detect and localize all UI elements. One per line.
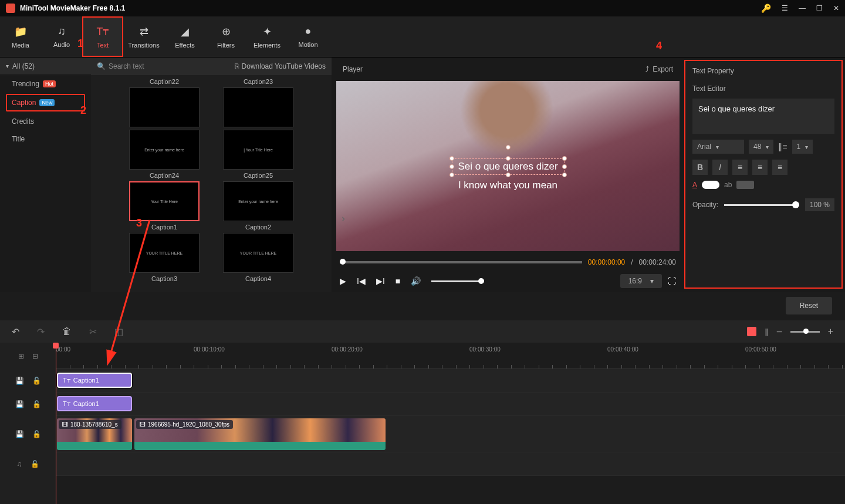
- library-thumbnail[interactable]: Enter your name here: [129, 130, 200, 170]
- tab-motion[interactable]: ●Motion: [288, 16, 329, 57]
- zoom-in-button[interactable]: +: [828, 326, 833, 337]
- category-title[interactable]: Title: [0, 130, 91, 148]
- tab-transitions[interactable]: ⇄Transitions: [123, 16, 164, 57]
- font-select[interactable]: Arial▾: [692, 140, 744, 154]
- library-thumbnail[interactable]: YOUR TITLE HERE: [223, 233, 293, 273]
- playhead[interactable]: [56, 343, 56, 504]
- player-viewport[interactable]: Sei o que queres dizer I know what you m…: [336, 81, 680, 251]
- library-item[interactable]: | Your Title HereCaption25: [223, 130, 293, 179]
- tab-effects[interactable]: ◢Effects: [164, 16, 205, 57]
- text-clip[interactable]: TᴛCaption1: [57, 373, 132, 388]
- volume-icon[interactable]: 🔊: [411, 276, 421, 286]
- play-button[interactable]: ▶: [340, 276, 346, 286]
- text-editor-input[interactable]: [692, 99, 834, 134]
- save-icon[interactable]: 💾: [15, 400, 24, 408]
- library-item[interactable]: Enter your name hereCaption2: [223, 181, 293, 231]
- text-clip[interactable]: TᴛCaption1: [57, 396, 132, 411]
- video-clip[interactable]: 🎞180-135788610_s: [57, 418, 132, 450]
- category-caption[interactable]: CaptionNew: [6, 94, 85, 111]
- category-credits[interactable]: Credits: [0, 113, 91, 130]
- lock-icon[interactable]: 🔓: [32, 430, 41, 438]
- italic-button[interactable]: I: [712, 160, 728, 175]
- library-item[interactable]: Caption23: [223, 78, 293, 127]
- redo-button[interactable]: ↷: [37, 326, 45, 337]
- film-icon: 🎞: [140, 421, 146, 428]
- save-icon[interactable]: 💾: [15, 377, 24, 385]
- align-right-button[interactable]: ≡: [772, 160, 787, 175]
- align-center-button[interactable]: ≡: [752, 160, 768, 175]
- aspect-select[interactable]: 16:9 ▾: [620, 274, 662, 288]
- text-overlay-selected[interactable]: Sei o que queres dizer: [451, 158, 564, 175]
- save-icon[interactable]: 💾: [15, 430, 24, 438]
- library-thumbnail[interactable]: YOUR TITLE HERE: [129, 233, 200, 273]
- tab-filters[interactable]: ⊕Filters: [205, 16, 246, 57]
- text-track-2[interactable]: TᴛCaption1: [56, 393, 845, 416]
- lock-icon[interactable]: 🔓: [31, 460, 39, 468]
- library-item[interactable]: Your Title HereCaption1: [129, 181, 200, 231]
- stop-button[interactable]: ■: [396, 276, 400, 286]
- lock-icon[interactable]: 🔓: [32, 377, 41, 385]
- export-button[interactable]: ⤴ Export: [645, 65, 673, 73]
- video-track[interactable]: 🎞180-135788610_s🎞1966695-hd_1920_1080_30…: [56, 416, 845, 452]
- split-button[interactable]: ✂: [89, 326, 97, 337]
- filters-icon: ⊕: [222, 25, 231, 38]
- library-item[interactable]: YOUR TITLE HERECaption3: [129, 233, 200, 282]
- crop-button[interactable]: ◫: [114, 326, 123, 337]
- library-thumbnail[interactable]: Enter your name here: [223, 181, 293, 221]
- chevron-down-icon: ▾: [650, 277, 654, 285]
- line-height-select[interactable]: 1▾: [792, 140, 813, 154]
- fullscreen-button[interactable]: ⛶: [668, 276, 676, 286]
- track-manage-icon[interactable]: ⊟: [32, 352, 38, 360]
- bold-button[interactable]: B: [692, 160, 708, 175]
- tab-elements[interactable]: ✦Elements: [246, 16, 288, 57]
- prev-frame-button[interactable]: I◀: [357, 276, 366, 286]
- tab-media[interactable]: 📁Media: [0, 16, 41, 57]
- video-clip[interactable]: 🎞1966695-hd_1920_1080_30fps: [134, 418, 386, 450]
- tab-audio[interactable]: ♫Audio: [41, 16, 82, 57]
- audio-track[interactable]: [56, 452, 845, 476]
- tab-text[interactable]: TᴛText: [82, 16, 123, 57]
- undo-button[interactable]: ↶: [12, 326, 19, 337]
- text-track-1[interactable]: TᴛCaption1: [56, 369, 845, 393]
- font-size-select[interactable]: 48▾: [749, 140, 773, 154]
- highlight-color-picker[interactable]: [736, 181, 754, 189]
- minimize-icon[interactable]: —: [799, 4, 806, 12]
- delete-button[interactable]: 🗑: [62, 326, 72, 337]
- menu-icon[interactable]: ☰: [782, 4, 788, 12]
- library-panel: 🔍 Search text ⎘ Download YouTube Videos …: [91, 57, 332, 292]
- library-item[interactable]: YOUR TITLE HERECaption4: [223, 233, 293, 282]
- add-track-icon[interactable]: ⊞: [18, 352, 24, 360]
- volume-slider[interactable]: [431, 280, 484, 282]
- close-icon[interactable]: ✕: [833, 4, 839, 12]
- reset-button[interactable]: Reset: [786, 297, 832, 314]
- timeline-ruler[interactable]: 00:0000:00:10:0000:00:20:0000:00:30:0000…: [56, 343, 845, 369]
- library-item[interactable]: Enter your name hereCaption24: [129, 130, 200, 179]
- fit-button[interactable]: ∥: [765, 327, 769, 336]
- opacity-slider[interactable]: [724, 204, 799, 206]
- library-thumbnail[interactable]: | Your Title Here: [223, 130, 293, 170]
- zoom-slider[interactable]: [790, 331, 820, 333]
- library-thumbnail[interactable]: [129, 87, 200, 127]
- search-input[interactable]: 🔍 Search text: [97, 62, 144, 70]
- category-all[interactable]: ▾ All (52): [0, 57, 91, 75]
- timeline-toolbar: ↶ ↷ 🗑 ✂ ◫ ∥ – +: [0, 320, 845, 343]
- align-left-button[interactable]: ≡: [732, 160, 748, 175]
- lock-icon[interactable]: 🔓: [32, 400, 41, 408]
- zoom-out-button[interactable]: –: [777, 326, 782, 337]
- download-youtube-link[interactable]: ⎘ Download YouTube Videos: [235, 62, 326, 70]
- next-frame-button[interactable]: ▶I: [376, 276, 385, 286]
- category-trending[interactable]: TrendingHot: [0, 75, 91, 93]
- library-item[interactable]: Caption22: [129, 78, 200, 127]
- library-thumbnail[interactable]: Your Title Here: [129, 181, 200, 221]
- maximize-icon[interactable]: ❐: [816, 4, 823, 12]
- panel-collapse-icon[interactable]: ›: [342, 212, 345, 225]
- text-color-picker[interactable]: [702, 181, 719, 189]
- motion-icon: ●: [305, 25, 312, 38]
- snap-button[interactable]: [747, 327, 756, 336]
- library-thumbnail[interactable]: [223, 87, 293, 127]
- seek-slider[interactable]: [340, 261, 582, 263]
- highlight-icon: ab: [724, 181, 732, 189]
- search-placeholder: Search text: [109, 62, 144, 70]
- elements-icon: ✦: [263, 25, 272, 38]
- key-icon[interactable]: 🔑: [761, 4, 771, 13]
